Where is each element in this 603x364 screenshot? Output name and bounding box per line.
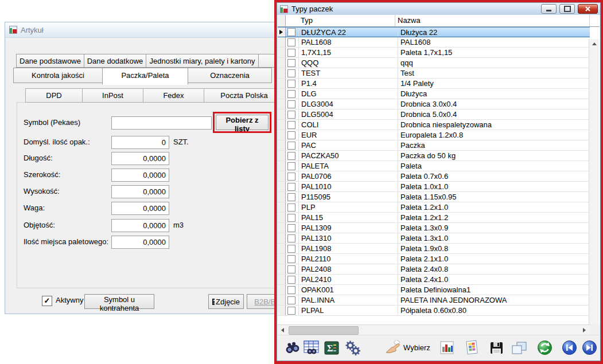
- row-selector-cell[interactable]: [278, 223, 286, 233]
- row-selector-cell[interactable]: [278, 233, 286, 243]
- tab-oznaczenia[interactable]: Oznaczenia: [188, 68, 272, 83]
- row-checkbox[interactable]: [287, 111, 295, 119]
- tab-poczta-polska[interactable]: Poczta Polska: [204, 88, 285, 103]
- report-icon[interactable]: [465, 340, 478, 355]
- row-checkbox-cell[interactable]: [286, 275, 299, 284]
- row-selector-cell[interactable]: [278, 161, 286, 171]
- table-row[interactable]: QQQ qqq: [278, 58, 590, 68]
- row-checkbox[interactable]: [287, 193, 295, 201]
- row-selector-cell[interactable]: [278, 151, 286, 161]
- row-checkbox-cell[interactable]: [286, 306, 299, 315]
- miejsce-paletowe-input[interactable]: [111, 236, 169, 249]
- row-selector-cell[interactable]: [278, 58, 286, 68]
- row-checkbox[interactable]: [287, 80, 295, 88]
- row-checkbox-cell[interactable]: [286, 233, 299, 243]
- table-row[interactable]: PLPAL Półpaleta 0.60x0.80: [278, 306, 590, 316]
- row-checkbox-cell[interactable]: [286, 223, 299, 233]
- row-checkbox[interactable]: [287, 224, 295, 232]
- row-selector-cell[interactable]: [278, 285, 286, 295]
- table-row[interactable]: P1.4 1/4 Palety: [278, 79, 590, 89]
- row-selector-cell[interactable]: [278, 99, 286, 109]
- minimize-button[interactable]: [541, 4, 557, 14]
- tab-dane-podstawowe[interactable]: Dane podstawowe: [16, 54, 84, 68]
- row-checkbox[interactable]: [287, 245, 295, 253]
- table-row[interactable]: DLG5004 Drobnica 5.0x0.4: [278, 109, 590, 120]
- refresh-icon[interactable]: [537, 340, 553, 355]
- row-selector-cell[interactable]: [278, 48, 286, 57]
- row-checkbox-cell[interactable]: [286, 264, 299, 274]
- row-selector-cell[interactable]: [278, 120, 286, 130]
- row-checkbox[interactable]: [287, 307, 295, 315]
- row-checkbox-cell[interactable]: [286, 151, 299, 161]
- table-row[interactable]: PAL1309 Paleta 1.3x0.9: [278, 223, 590, 233]
- tab-kontrola-jakosci[interactable]: Kontrola jakości: [13, 68, 103, 83]
- row-checkbox[interactable]: [287, 203, 295, 212]
- close-button[interactable]: [578, 4, 598, 14]
- select-hand-icon[interactable]: [384, 340, 401, 356]
- row-selector-cell[interactable]: [278, 295, 286, 305]
- row-checkbox[interactable]: [287, 152, 295, 160]
- row-checkbox[interactable]: [287, 100, 295, 108]
- table-row[interactable]: OPAK001 Paleta Definiowalna1: [278, 285, 590, 295]
- row-checkbox[interactable]: [287, 296, 295, 304]
- row-checkbox[interactable]: [287, 38, 295, 46]
- row-checkbox[interactable]: [287, 173, 295, 181]
- wysokosc-input[interactable]: [111, 185, 169, 198]
- table-row[interactable]: PAL1010 Paleta 1.0x1.0: [278, 182, 590, 192]
- row-checkbox-cell[interactable]: [286, 130, 299, 140]
- row-checkbox-cell[interactable]: [286, 140, 299, 150]
- row-checkbox-cell[interactable]: [286, 28, 299, 37]
- row-selector-cell[interactable]: [278, 182, 286, 191]
- row-checkbox[interactable]: [287, 234, 295, 242]
- vertical-scrollbar[interactable]: [589, 39, 599, 324]
- table-search-icon[interactable]: [304, 340, 320, 355]
- table-row[interactable]: 1,7X1,15 Paleta 1,7x1,15: [278, 48, 590, 58]
- row-selector-cell[interactable]: [278, 244, 286, 253]
- table-row[interactable]: PAC Paczka: [278, 140, 590, 151]
- row-checkbox-cell[interactable]: [286, 213, 299, 222]
- row-checkbox-cell[interactable]: [286, 171, 299, 181]
- row-checkbox-cell[interactable]: [286, 89, 299, 99]
- row-checkbox[interactable]: [287, 69, 295, 77]
- row-checkbox[interactable]: [287, 121, 295, 129]
- row-checkbox-cell[interactable]: [286, 244, 299, 253]
- copy-icon[interactable]: [511, 341, 528, 355]
- row-selector-cell[interactable]: [278, 109, 286, 119]
- chart-icon[interactable]: [439, 340, 454, 355]
- row-selector-cell[interactable]: [278, 79, 286, 88]
- row-checkbox-cell[interactable]: [286, 202, 299, 212]
- row-selector-cell[interactable]: [278, 275, 286, 284]
- table-row[interactable]: PACZKA50 Paczka do 50 kg: [278, 151, 590, 161]
- row-checkbox[interactable]: [287, 131, 295, 139]
- gears-icon[interactable]: [345, 340, 361, 356]
- row-checkbox[interactable]: [287, 59, 295, 67]
- tab-inpost[interactable]: InPost: [82, 88, 143, 103]
- restore-button[interactable]: [559, 4, 575, 14]
- row-selector-cell[interactable]: [278, 192, 286, 202]
- column-header-nazwa[interactable]: Nazwa: [395, 15, 590, 26]
- row-selector-cell[interactable]: [278, 171, 286, 181]
- table-row[interactable]: TEST Test: [278, 68, 590, 79]
- row-checkbox[interactable]: [287, 28, 295, 36]
- ilosc-opak-input[interactable]: [111, 136, 169, 149]
- search-icon[interactable]: [283, 338, 301, 357]
- table-row[interactable]: DLG3004 Drobnica 3.0x0.4: [278, 99, 590, 109]
- row-checkbox-cell[interactable]: [286, 79, 299, 88]
- table-row[interactable]: PAL15 Paleta 1.2x1.2: [278, 213, 590, 223]
- first-record-icon[interactable]: [562, 340, 577, 355]
- column-header-typ[interactable]: Typ: [286, 15, 395, 26]
- row-checkbox-cell[interactable]: [286, 99, 299, 109]
- row-checkbox[interactable]: [287, 162, 295, 170]
- table-row[interactable]: COLI Drobnica niespaletyzowana: [278, 120, 590, 130]
- table-row[interactable]: PAL1310 Paleta 1.3x1.0: [278, 233, 590, 244]
- row-checkbox-cell[interactable]: [286, 295, 299, 305]
- last-record-icon[interactable]: [582, 340, 597, 355]
- row-checkbox[interactable]: [287, 90, 295, 98]
- row-selector-cell[interactable]: [278, 202, 286, 212]
- row-selector-cell[interactable]: [278, 28, 286, 37]
- scroll-left-button[interactable]: [278, 325, 287, 335]
- row-checkbox[interactable]: [287, 49, 295, 57]
- table-row[interactable]: DLG Dłużyca: [278, 89, 590, 99]
- row-checkbox[interactable]: [287, 286, 295, 294]
- row-checkbox-cell[interactable]: [286, 37, 299, 47]
